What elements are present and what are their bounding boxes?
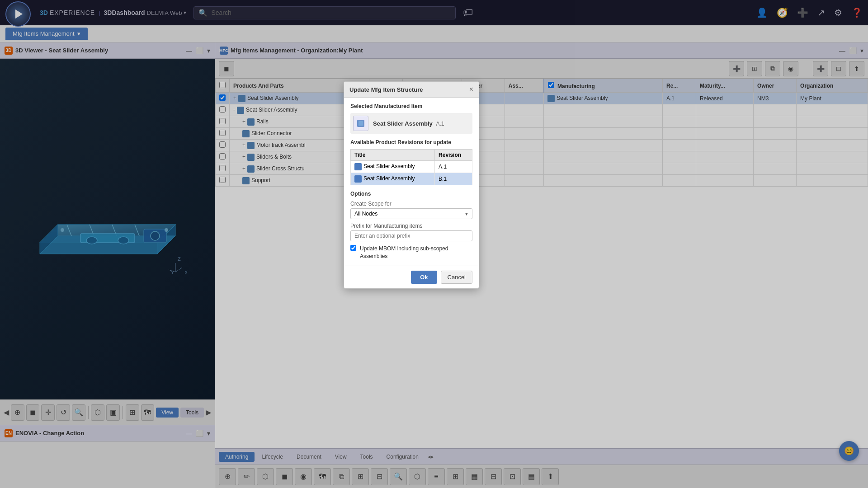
bt-edit-btn[interactable]: ✏ [238,468,255,485]
viewer-expand-btn[interactable]: ▾ [207,47,210,54]
table-row[interactable]: +Sliders & Bolts A.1Make [216,151,868,163]
table-row[interactable]: -Seat Slider Assembly B.1 [216,104,868,116]
mfg-add2-btn[interactable]: ➕ [813,61,828,76]
scroll-right-btn[interactable]: ▶ [206,408,211,417]
expand-icon[interactable]: + [242,118,245,125]
table-row[interactable]: Slider Connector A.1Buy [216,128,868,140]
bt-nav-btn[interactable]: 🗺 [314,468,331,485]
dialog-close-btn[interactable]: × [469,85,473,94]
mfg-copy-btn[interactable]: ⧉ [765,61,780,76]
right-minimize-btn[interactable]: — [839,47,845,54]
menu-bar: Mfg Items Management ▾ [0,25,868,42]
tab-tools[interactable]: Tools [354,452,379,462]
select-all-checkbox[interactable] [219,82,226,88]
tool-zoom-btn[interactable]: 🔍 [72,404,85,421]
brand-dropdown[interactable]: ▾ [184,9,186,16]
mfg-cols-btn[interactable]: ⊟ [831,61,846,76]
mfg-checkbox[interactable] [548,82,554,88]
bt-table-btn[interactable]: ▤ [523,468,540,485]
mfg-3d-btn[interactable]: ◉ [783,61,798,76]
bt-expand-btn[interactable]: ⊟ [485,468,502,485]
cancel-button[interactable]: Cancel [441,271,472,284]
help-icon[interactable]: ❓ [851,7,863,18]
expand-icon[interactable]: + [242,154,245,160]
tool-axis-btn[interactable]: ⊞ [126,404,139,421]
help-button[interactable]: 😊 [839,441,859,461]
tab-document[interactable]: Document [290,452,328,462]
table-row[interactable]: Support B.1Not M [216,175,868,187]
mfg-items-tab[interactable]: Mfg Items Management ▾ [5,28,88,40]
bt-3d-btn[interactable]: ⊞ [352,468,369,485]
table-row[interactable]: +Seat Slider Assembly A.1NM3 Seat Slider… [216,93,868,104]
bt-box-btn[interactable]: ⬡ [257,468,274,485]
tab-configuration[interactable]: Configuration [380,452,425,462]
scroll-left-btn[interactable]: ◀ [4,408,9,417]
bt-scope-btn[interactable]: ⊕ [219,468,236,485]
prefix-input[interactable] [350,230,472,241]
tool-box-btn[interactable]: ▣ [106,404,120,421]
revision-row[interactable]: Seat Slider Assembly A.1 [351,161,472,173]
row-checkbox[interactable] [219,177,226,183]
search-input[interactable] [211,9,451,16]
bt-select-btn[interactable]: ◉ [295,468,312,485]
mfg-cube-btn[interactable]: ◼ [219,61,234,76]
row-checkbox[interactable] [219,130,226,136]
plus-icon[interactable]: ➕ [797,7,808,18]
tool-move-btn[interactable]: ✛ [41,404,55,421]
bt-arrange-btn[interactable]: ⊟ [371,468,388,485]
tool-select-btn[interactable]: ⬡ [91,404,104,421]
revision-row-selected[interactable]: Seat Slider Assembly B.1 [351,173,472,185]
row-checkbox[interactable] [219,94,226,101]
mfg-grid-btn[interactable]: ⊞ [747,61,762,76]
apps-icon[interactable]: ⚙ [834,7,842,18]
update-mbom-checkbox[interactable] [350,245,356,251]
bt-copy-btn[interactable]: ⧉ [333,468,350,485]
viewer-maximize-btn[interactable]: ⬜ [196,47,203,54]
bt-grid-btn[interactable]: ⊞ [447,468,464,485]
row-checkbox[interactable] [219,153,226,160]
bt-export-btn[interactable]: ⬆ [542,468,559,485]
row-checkbox[interactable] [219,141,226,148]
table-row[interactable]: +Motor track Assembl A.1Buy [216,140,868,151]
view-tab[interactable]: View [156,408,179,418]
mfg-export-btn[interactable]: ⬆ [849,61,864,76]
table-row[interactable]: +Slider Cross Structu A.1Phan [216,163,868,175]
viewer-minimize-btn[interactable]: — [186,47,192,54]
tool-nav-btn[interactable]: 🗺 [141,404,155,421]
tool-pan-btn[interactable]: ⊕ [11,404,24,421]
tabs-more-btn[interactable]: ◂▸ [428,453,434,460]
ok-button[interactable]: Ok [411,271,437,284]
user-icon[interactable]: 👤 [756,7,768,18]
enovia-minimize-btn[interactable]: — [186,430,192,437]
tool-rotate-btn[interactable]: ↺ [57,404,70,421]
tab-lifecycle[interactable]: Lifecycle [255,452,289,462]
tag-icon[interactable]: 🏷 [463,7,473,19]
tab-authoring[interactable]: Authoring [219,452,255,462]
table-row[interactable]: +Rails A.1Make [216,116,868,128]
expand-icon[interactable]: + [233,95,236,101]
enovia-expand-btn[interactable]: ▾ [207,430,210,437]
share-icon[interactable]: ↗ [817,7,825,18]
mfg-add-btn[interactable]: ➕ [729,61,744,76]
bt-list-btn[interactable]: ≡ [428,468,445,485]
row-checkbox[interactable] [219,106,226,113]
expand-icon[interactable]: + [242,142,245,148]
bt-cube-btn[interactable]: ◼ [276,468,293,485]
enovia-maximize-btn[interactable]: ⬜ [196,430,203,437]
bt-filter-btn[interactable]: ⊡ [504,468,521,485]
expand-icon[interactable]: + [242,165,245,172]
compass-icon[interactable]: 🧭 [777,7,788,18]
logo-circle [5,1,31,27]
right-expand-btn[interactable]: ▾ [860,47,863,54]
create-scope-select[interactable]: All Nodes Selected Nodes None [350,208,472,219]
bt-cols-btn[interactable]: ▦ [466,468,483,485]
tool-cube-btn[interactable]: ◼ [26,404,40,421]
bt-more-btn[interactable]: ⬡ [409,468,426,485]
row-checkbox[interactable] [219,165,226,171]
tab-view[interactable]: View [329,452,353,462]
right-maximize-btn[interactable]: ⬜ [849,47,857,54]
row-checkbox[interactable] [219,118,226,124]
bt-zoom-btn[interactable]: 🔍 [390,468,407,485]
tools-tab[interactable]: Tools [180,408,204,418]
expand-icon[interactable]: - [233,107,235,113]
